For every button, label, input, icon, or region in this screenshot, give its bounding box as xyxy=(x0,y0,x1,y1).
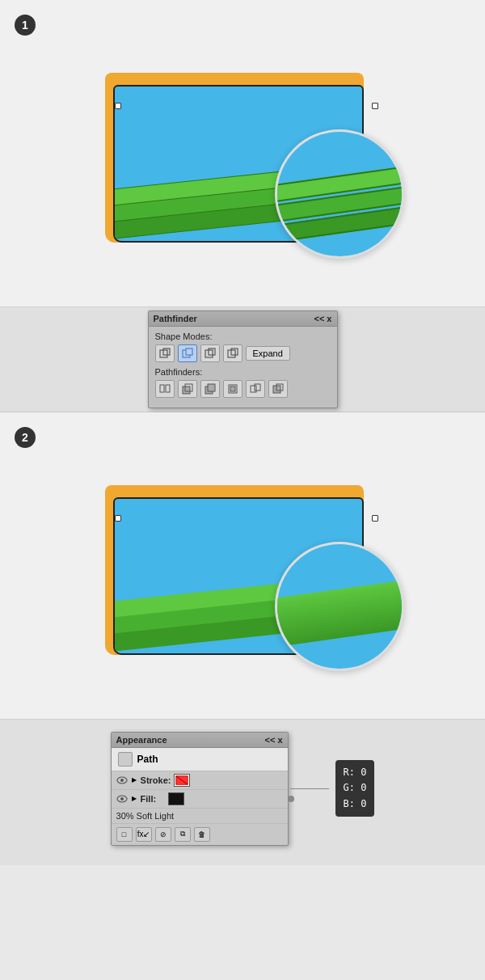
expand-button[interactable]: Expand xyxy=(246,346,290,361)
anchor-point-2-tl xyxy=(115,515,121,522)
footer-copy-icon[interactable]: ⧉ xyxy=(175,827,191,842)
svg-rect-16 xyxy=(251,386,256,392)
rgb-b: B: 0 xyxy=(344,796,367,812)
pathfinders-row xyxy=(155,380,331,398)
appearance-titlebar: Appearance << x xyxy=(112,733,288,748)
pathfinder-body: Shape Modes: xyxy=(149,327,337,408)
section-step2: 2 xyxy=(0,412,485,720)
crop-icon xyxy=(227,383,238,395)
stroke-visibility-icon[interactable] xyxy=(116,776,128,784)
minus-back-icon xyxy=(272,383,284,395)
stroke-swatch[interactable] xyxy=(174,774,190,787)
intersect-icon xyxy=(205,348,216,359)
appearance-path-row: Path xyxy=(112,748,288,771)
rgb-tooltip: R: 0 G: 0 B: 0 xyxy=(335,760,375,817)
divide-icon xyxy=(159,383,171,395)
merge-icon xyxy=(205,383,216,395)
svg-rect-7 xyxy=(231,348,238,355)
connector-line xyxy=(290,788,329,789)
svg-rect-5 xyxy=(209,348,215,355)
mag-content-2 xyxy=(277,544,402,669)
footer-delete-icon[interactable]: 🗑 xyxy=(194,827,210,842)
svg-rect-8 xyxy=(160,385,164,392)
anchor-point-tr xyxy=(372,103,378,109)
mag-content xyxy=(277,132,402,256)
footer-fx-icon[interactable]: fx↙ xyxy=(136,827,152,842)
pathfinder-outline[interactable] xyxy=(246,380,265,398)
outline-icon xyxy=(250,383,261,395)
anchor-point-tl xyxy=(115,103,121,109)
pathfinder-title: Pathfinder xyxy=(154,314,197,323)
pathfinder-window: Pathfinder << x Shape Modes: xyxy=(148,310,338,408)
exclude-icon xyxy=(227,348,238,359)
fill-label: Fill: xyxy=(141,794,165,804)
connector-area: R: 0 G: 0 B: 0 xyxy=(289,760,375,817)
svg-rect-15 xyxy=(230,387,235,391)
svg-rect-9 xyxy=(166,385,170,392)
fill-expand-icon[interactable]: ▶ xyxy=(131,796,137,802)
pathfinder-divide[interactable] xyxy=(155,380,175,398)
footer-square-icon[interactable]: □ xyxy=(116,827,133,842)
stroke-label: Stroke: xyxy=(141,775,171,785)
connector-dot xyxy=(288,796,294,802)
section-pathfinder-panel: Pathfinder << x Shape Modes: xyxy=(0,307,485,412)
pathfinder-trim[interactable] xyxy=(178,380,197,398)
svg-rect-1 xyxy=(163,348,170,355)
stroke-row: ▶ Stroke: xyxy=(112,771,288,790)
appearance-wrapper: Appearance << x Path ▶ xyxy=(111,732,375,846)
pathfinder-window-controls[interactable]: << x xyxy=(314,314,331,323)
anchor-point-2-tr xyxy=(372,515,378,522)
fill-swatch[interactable] xyxy=(168,792,184,805)
magnifier-zoom-1 xyxy=(275,129,404,259)
section-step1: 1 xyxy=(0,0,485,307)
appearance-title: Appearance xyxy=(116,735,167,745)
appearance-footer: □ fx↙ ⊘ ⧉ 🗑 xyxy=(112,824,288,845)
folder-illustration-1 xyxy=(89,40,396,267)
svg-point-21 xyxy=(120,779,124,782)
step-badge-1: 1 xyxy=(15,15,36,36)
step-badge-2: 2 xyxy=(15,427,36,448)
svg-rect-17 xyxy=(255,384,260,391)
pathfinders-label: Pathfinders: xyxy=(155,367,331,377)
rgb-r: R: 0 xyxy=(344,765,367,780)
shape-mode-unite[interactable] xyxy=(155,344,175,362)
appearance-window: Appearance << x Path ▶ xyxy=(111,732,289,846)
svg-rect-3 xyxy=(186,348,192,355)
pathfinder-titlebar: Pathfinder << x xyxy=(149,311,337,327)
appearance-window-controls[interactable]: << x xyxy=(265,735,283,745)
path-icon xyxy=(118,752,133,767)
shape-modes-label: Shape Modes: xyxy=(155,332,331,341)
shape-mode-intersect[interactable] xyxy=(200,344,220,362)
svg-rect-10 xyxy=(183,387,190,394)
trim-icon xyxy=(182,383,193,395)
opacity-value: 30% Soft Light xyxy=(116,811,175,821)
svg-rect-13 xyxy=(208,384,215,391)
shape-mode-minus-front[interactable] xyxy=(178,344,197,362)
appearance-body: Path ▶ Stroke: xyxy=(112,748,288,845)
path-label: Path xyxy=(137,754,158,765)
pathfinder-merge[interactable] xyxy=(200,380,220,398)
footer-block-icon[interactable]: ⊘ xyxy=(155,827,171,842)
shape-modes-row: Expand xyxy=(155,344,331,362)
rgb-g: G: 0 xyxy=(344,780,367,796)
folder-illustration-2 xyxy=(89,453,396,679)
unite-icon xyxy=(159,348,171,359)
minus-front-icon xyxy=(182,348,193,359)
fill-row: ▶ Fill: xyxy=(112,790,288,809)
section-appearance-panel: Appearance << x Path ▶ xyxy=(0,720,485,865)
stroke-expand-icon[interactable]: ▶ xyxy=(131,777,137,784)
pathfinder-minus-back[interactable] xyxy=(268,380,288,398)
opacity-row: 30% Soft Light xyxy=(112,809,288,824)
pathfinder-crop[interactable] xyxy=(223,380,242,398)
magnifier-zoom-2 xyxy=(275,542,404,671)
fill-visibility-icon[interactable] xyxy=(116,795,128,803)
mag-merged-stripe xyxy=(277,577,402,647)
shape-mode-exclude[interactable] xyxy=(223,344,242,362)
svg-point-23 xyxy=(120,797,124,800)
